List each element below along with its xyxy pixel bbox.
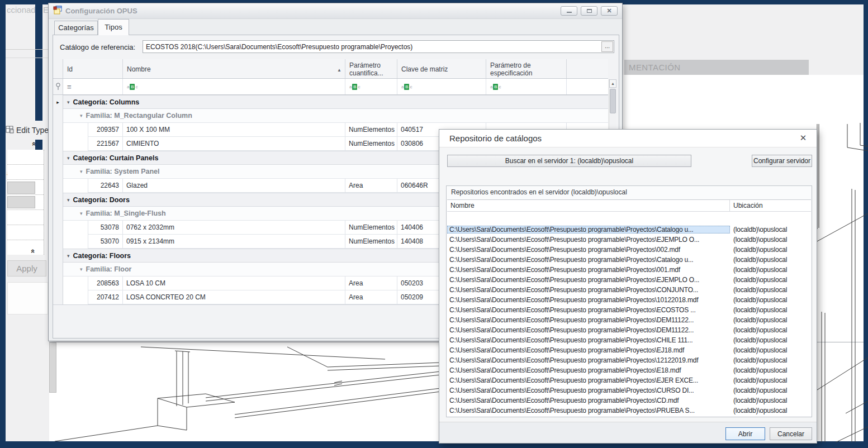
screen: ccionado E Edit Type al « « Apply MENTAC… (0, 0, 868, 448)
category-label: Categoría: Floors (73, 252, 131, 260)
tab-tipos[interactable]: Tipos (98, 19, 129, 35)
repo-list-item[interactable]: C:\Users\Sara\Documents\Ecosoft\Presupue… (447, 365, 811, 375)
repo-list-item[interactable]: C:\Users\Sara\Documents\Ecosoft\Presupue… (447, 325, 811, 335)
repo-path: C:\Users\Sara\Documents\Ecosoft\Presupue… (447, 236, 730, 244)
search-server-button[interactable]: Buscar en el servidor 1: (localdb)\opusl… (447, 155, 691, 167)
repo-path: C:\Users\Sara\Documents\Ecosoft\Presupue… (447, 296, 730, 304)
row-indent (63, 179, 88, 193)
cell-nombre: CIMIENTO (123, 137, 345, 151)
collapse-icon[interactable]: ▾ (80, 211, 83, 216)
pin-icon (55, 83, 61, 90)
repo-list-item[interactable]: C:\Users\Sara\Documents\Ecosoft\Presupue… (447, 395, 811, 406)
list-column-ubicacion[interactable]: Ubicación (730, 200, 811, 211)
row-indicator-cell (53, 179, 63, 193)
filter-nombre[interactable]: aBc (123, 79, 345, 94)
repo-list-item[interactable]: C:\Users\Sara\Documents\Ecosoft\Presupue… (447, 345, 811, 355)
column-header-parametro[interactable]: Parámetro cuantifica... (345, 59, 397, 78)
repo-list-item[interactable]: C:\Users\Sara\Documents\Ecosoft\Presupue… (447, 375, 811, 385)
repo-location: (localdb)\opuslocal (730, 326, 811, 334)
divider (6, 58, 48, 58)
filter-especificacion[interactable]: aBc (486, 79, 567, 94)
column-header-especificacion[interactable]: Parámetro de especificación (486, 59, 567, 78)
repo-path: C:\Users\Sara\Documents\Ecosoft\Presupue… (447, 387, 730, 394)
cell-nombre: 0915 x 2134mm (123, 235, 345, 249)
repo-list-item[interactable]: C:\Users\Sara\Documents\Ecosoft\Presupue… (447, 335, 811, 345)
chevron-collapse-icon[interactable]: « (30, 142, 39, 146)
row-indicator-cell (53, 137, 63, 151)
grid-header-row: Id Nombre ▲ Parámetro cuantifica... Clav… (53, 59, 608, 79)
repo-list-item[interactable]: C:\Users\Sara\Documents\Ecosoft\Presupue… (447, 355, 811, 365)
repo-path: C:\Users\Sara\Documents\Ecosoft\Presupue… (447, 366, 730, 374)
apply-button[interactable]: Apply (7, 260, 46, 277)
ellipsis-button[interactable]: ... (601, 41, 613, 52)
palette-cell[interactable] (7, 196, 35, 208)
close-button[interactable]: ✕ (601, 6, 618, 16)
list-column-nombre[interactable]: Nombre (447, 200, 730, 211)
repo-list-item[interactable]: C:\Users\Sara\Documents\Ecosoft\Presupue… (447, 275, 811, 285)
collapse-icon[interactable]: ▾ (80, 169, 83, 174)
repo-list-item[interactable]: C:\Users\Sara\Documents\Ecosoft\Presupue… (447, 265, 811, 275)
row-indent (63, 123, 88, 137)
tab-categorias[interactable]: Categorías (54, 21, 98, 35)
chevron-collapse-icon[interactable]: « (29, 249, 37, 253)
repo-path: C:\Users\Sara\Documents\Ecosoft\Presupue… (447, 276, 730, 284)
minimize-icon (567, 12, 572, 13)
repo-location: (localdb)\opuslocal (730, 276, 811, 284)
catalog-reference-input[interactable] (143, 40, 614, 53)
scroll-up-button[interactable]: ▲ (609, 79, 616, 88)
palette-row (7, 210, 44, 225)
collapse-icon[interactable]: ▾ (80, 113, 83, 118)
category-label: Categoría: Curtain Panels (73, 154, 159, 162)
column-header-clave[interactable]: Clave de matriz (397, 59, 486, 78)
sort-ascending-icon: ▲ (337, 66, 341, 74)
grid-family-row[interactable]: ▾ Familia: M_Rectangular Column (53, 109, 608, 123)
scrollbar-thumb[interactable] (610, 89, 616, 113)
wireframe-3d-view-right (813, 123, 868, 442)
repo-list-item[interactable]: C:\Users\Sara\Documents\Ecosoft\Presupue… (447, 315, 811, 325)
repo-path: C:\Users\Sara\Documents\Ecosoft\Presupue… (447, 316, 730, 324)
cell-id: 209357 (88, 123, 123, 137)
collapse-icon[interactable]: ▾ (80, 266, 83, 272)
close-button[interactable]: ✕ (798, 133, 809, 143)
repo-list-item[interactable]: C:\Users\Sara\Documents\Ecosoft\Presupue… (447, 305, 811, 315)
collapse-icon[interactable]: ▾ (67, 155, 70, 161)
wireframe-3d-view (49, 342, 440, 442)
repo-list-item[interactable]: C:\Users\Sara\Documents\Ecosoft\Presupue… (447, 245, 811, 255)
cell-id: 22643 (88, 179, 123, 193)
column-header-nombre[interactable]: Nombre ▲ (123, 59, 345, 78)
edit-type-button[interactable]: Edit Type (6, 121, 49, 140)
filter-clave[interactable]: aBc (397, 79, 486, 94)
column-header-id[interactable]: Id (63, 59, 123, 78)
cell-nombre: 100 X 100 MM (123, 123, 345, 137)
filter-parametro[interactable]: aBc (345, 79, 397, 94)
row-indicator-cell (53, 263, 63, 277)
filter-id[interactable]: = (63, 79, 123, 94)
repo-list-item[interactable]: C:\Users\Sara\Documents\Ecosoft\Presupue… (447, 385, 811, 395)
repo-location: (localdb)\opuslocal (730, 387, 811, 394)
palette-cell[interactable] (7, 182, 35, 194)
repository-titlebar[interactable]: Repositorio de catálogos ✕ (439, 130, 817, 147)
grid-category-row[interactable]: ▸ ▾ Categoría: Columns (53, 95, 608, 109)
column-header-empty (567, 59, 608, 78)
repo-location: (localdb)\opuslocal (730, 266, 811, 274)
collapse-icon[interactable]: ▾ (67, 197, 70, 203)
collapse-icon[interactable]: ▾ (67, 99, 70, 105)
repo-list-item[interactable]: C:\Users\Sara\Documents\Ecosoft\Presupue… (447, 285, 811, 295)
repo-list-item[interactable]: C:\Users\Sara\Documents\Ecosoft\Presupue… (447, 255, 811, 265)
row-indicator-cell (53, 221, 63, 235)
repo-location: (localdb)\opuslocal (730, 246, 811, 254)
family-label: Familia: M_Single-Flush (86, 209, 166, 217)
repo-list-item[interactable]: C:\Users\Sara\Documents\Ecosoft\Presupue… (447, 406, 811, 416)
repo-list-item[interactable]: C:\Users\Sara\Documents\Ecosoft\Presupue… (447, 235, 811, 245)
configure-server-button[interactable]: Configurar servidor (752, 155, 812, 167)
minimize-button[interactable] (561, 6, 577, 16)
edit-type-label: Edit Type (16, 126, 49, 135)
opus-titlebar[interactable]: Configuración OPUS ✕ (49, 3, 622, 19)
maximize-button[interactable] (581, 6, 597, 16)
repo-list-item[interactable]: C:\Users\Sara\Documents\Ecosoft\Presupue… (447, 295, 811, 305)
collapse-icon[interactable]: ▾ (67, 253, 70, 259)
cancel-button[interactable]: Cancelar (770, 427, 812, 440)
repo-list-item[interactable]: C:\Users\Sara\Documents\Ecosoft\Presupue… (447, 225, 811, 235)
open-button[interactable]: Abrir (725, 427, 765, 440)
family-label: Familia: M_Rectangular Column (86, 112, 192, 120)
